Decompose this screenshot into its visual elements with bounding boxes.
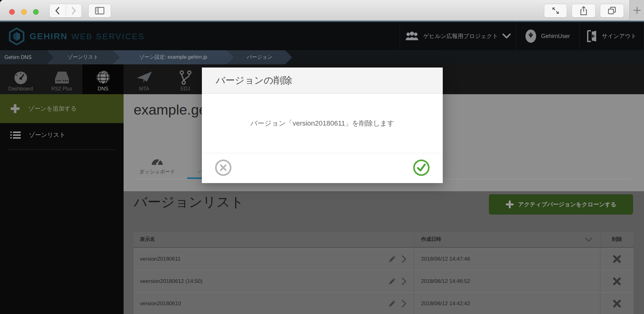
zoom-window-button[interactable] <box>33 9 39 15</box>
tab-overview-button[interactable] <box>600 4 624 18</box>
browser-window: GEHIRN WEB SERVICES ゲヒルン広報用プロジェクト Geh <box>0 0 644 314</box>
modal-header: バージョンの削除 <box>202 68 443 94</box>
share-icon <box>580 6 587 15</box>
modal-body: バージョン「version20180611」を削除します <box>202 94 443 153</box>
fullscreen-button[interactable] <box>544 4 567 18</box>
plus-icon <box>633 6 641 14</box>
sidebar-toggle-button[interactable] <box>88 4 111 18</box>
sidebar-toggle-icon <box>95 7 104 14</box>
circle-check-icon <box>417 163 426 172</box>
close-window-button[interactable] <box>9 9 15 15</box>
modal-title: バージョンの削除 <box>216 74 292 87</box>
fullscreen-icon <box>552 7 560 15</box>
modal-message: バージョン「version20180611」を削除します <box>250 119 394 128</box>
chevron-right-icon <box>70 7 77 15</box>
share-button[interactable] <box>572 4 596 18</box>
chevron-left-icon <box>54 7 61 15</box>
circle-x-icon <box>219 164 227 172</box>
browser-toolbar <box>0 0 644 21</box>
history-nav-group <box>49 4 82 18</box>
modal-confirm-button[interactable] <box>413 160 430 176</box>
back-button[interactable] <box>50 4 66 17</box>
delete-version-modal: バージョンの削除 バージョン「version20180611」を削除します <box>202 68 443 183</box>
new-tab-button[interactable] <box>630 0 644 21</box>
modal-cancel-button[interactable] <box>215 160 231 176</box>
modal-footer <box>202 153 443 183</box>
minimize-window-button[interactable] <box>21 9 27 15</box>
tab-overview-icon <box>608 7 616 15</box>
forward-button[interactable] <box>66 4 82 17</box>
